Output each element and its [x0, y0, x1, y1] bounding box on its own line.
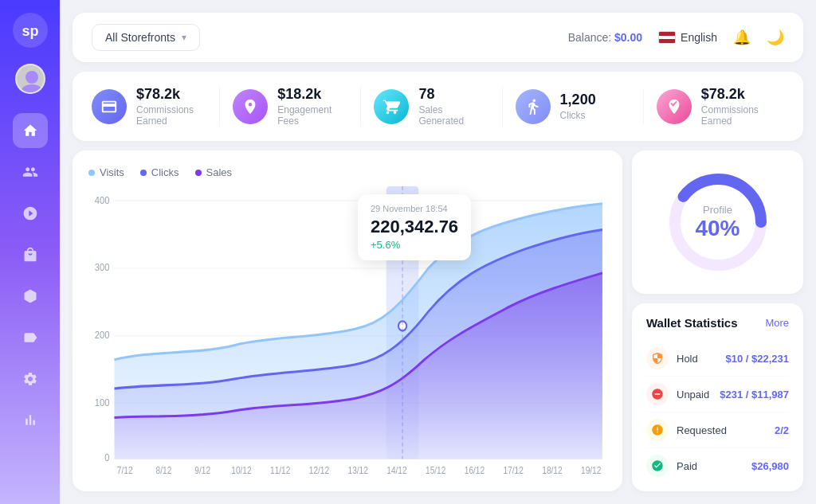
sidebar: sp — [0, 0, 60, 504]
notification-icon[interactable]: 🔔 — [733, 29, 751, 46]
stat-icon-commissions2 — [657, 89, 692, 124]
svg-text:100: 100 — [95, 397, 110, 408]
profile-label: Profile — [695, 204, 740, 216]
requested-label: Requested — [677, 424, 727, 436]
legend-visits: Visits — [88, 166, 124, 178]
stat-value-commissions2: $78.2k — [701, 86, 771, 103]
stat-commissions-earned: $78.2k Commissions Earned — [92, 86, 220, 127]
stat-label-commissions: Commissions Earned — [136, 104, 206, 127]
stat-info-clicks: 1,200 Clicks — [560, 92, 596, 121]
paid-label: Paid — [677, 460, 697, 472]
svg-text:14/12: 14/12 — [386, 465, 406, 475]
sidebar-item-bag[interactable] — [13, 237, 48, 272]
chart-legend: Visits Clicks Sales — [88, 166, 606, 178]
sidebar-item-cube[interactable] — [13, 279, 48, 314]
storefront-label: All Storefronts — [105, 31, 175, 44]
stat-engagement: $18.2k Engagement Fees — [220, 86, 361, 127]
legend-label-clicks: Clicks — [151, 166, 179, 178]
wallet-header: Wallet Statistics More — [646, 316, 789, 330]
unpaid-label: Unpaid — [677, 389, 709, 400]
hold-value: $10 / $22,231 — [725, 353, 789, 365]
hold-label: Hold — [677, 353, 698, 365]
stat-value-sales: 78 — [418, 86, 488, 103]
wallet-row-left-paid: Paid — [646, 455, 697, 477]
language-selector[interactable]: English — [658, 31, 717, 44]
stat-icon-commissions — [92, 89, 127, 124]
legend-sales: Sales — [195, 166, 233, 178]
wallet-row-left-hold: Hold — [646, 347, 698, 369]
svg-text:400: 400 — [95, 194, 110, 206]
chart-svg: 400 300 200 100 0 — [88, 186, 606, 475]
stat-clicks: 1,200 Clicks — [503, 89, 644, 124]
stat-commissions2: $78.2k Commissions Earned — [644, 86, 784, 127]
stat-info-commissions: $78.2k Commissions Earned — [136, 86, 206, 127]
svg-text:10/12: 10/12 — [231, 465, 251, 475]
svg-text:9/12: 9/12 — [194, 465, 210, 475]
svg-text:300: 300 — [95, 262, 110, 274]
legend-dot-sales — [195, 170, 202, 176]
donut-container: Profile 40% — [662, 166, 774, 278]
requested-value: 2/2 — [775, 424, 789, 436]
stat-label-engagement: Engagement Fees — [277, 104, 347, 127]
paid-icon — [646, 455, 669, 477]
svg-text:sp: sp — [22, 23, 38, 39]
sidebar-item-settings[interactable] — [13, 361, 48, 397]
svg-text:13/12: 13/12 — [348, 465, 368, 475]
profile-percent: 40% — [695, 216, 740, 241]
logo: sp — [13, 13, 48, 51]
chart-card: Visits Clicks Sales — [73, 150, 622, 491]
sidebar-item-tag[interactable] — [13, 320, 48, 355]
svg-point-2 — [26, 71, 38, 84]
hold-icon — [646, 347, 669, 369]
wallet-row-left-requested: Requested — [646, 419, 727, 441]
svg-text:11/12: 11/12 — [270, 465, 290, 475]
requested-icon — [646, 419, 669, 441]
legend-label-sales: Sales — [206, 166, 233, 178]
stat-sales: 78 Sales Generated — [361, 86, 502, 127]
header-right: Balance: $0.00 English 🔔 🌙 — [568, 29, 784, 46]
wallet-row-hold: Hold $10 / $22,231 — [646, 341, 789, 377]
stat-label-clicks: Clicks — [560, 110, 596, 121]
stat-label-sales: Sales Generated — [418, 104, 488, 127]
paid-value: $26,980 — [751, 460, 789, 472]
svg-text:12/12: 12/12 — [309, 465, 329, 475]
svg-text:7/12: 7/12 — [117, 465, 133, 475]
stat-info-sales: 78 Sales Generated — [418, 86, 488, 127]
stat-info-engagement: $18.2k Engagement Fees — [277, 86, 347, 127]
svg-text:17/12: 17/12 — [504, 465, 524, 475]
legend-label-visits: Visits — [100, 166, 124, 178]
stats-bar: $78.2k Commissions Earned $18.2k Engagem… — [73, 72, 803, 141]
legend-dot-visits — [88, 170, 95, 176]
flag-icon — [658, 31, 676, 44]
wallet-row-requested: Requested 2/2 — [646, 412, 789, 448]
sidebar-item-analytics[interactable] — [13, 403, 48, 438]
main-content: All Storefronts ▾ Balance: $0.00 English… — [60, 0, 816, 504]
sidebar-nav — [0, 113, 60, 438]
avatar[interactable] — [15, 64, 45, 94]
stat-value-clicks: 1,200 — [560, 92, 596, 108]
balance-value: $0.00 — [614, 31, 642, 44]
svg-text:200: 200 — [95, 329, 110, 341]
chevron-down-icon: ▾ — [182, 32, 186, 43]
sidebar-item-design[interactable] — [13, 196, 48, 231]
profile-card: Profile 40% — [632, 150, 803, 294]
legend-dot-clicks — [140, 170, 147, 176]
stat-icon-sales — [374, 89, 409, 124]
stat-info-commissions2: $78.2k Commissions Earned — [701, 86, 771, 127]
storefront-selector[interactable]: All Storefronts ▾ — [92, 24, 200, 51]
stat-label-commissions2: Commissions Earned — [701, 104, 771, 127]
right-panel: Profile 40% Wallet Statistics More — [632, 150, 803, 491]
donut-label: Profile 40% — [695, 204, 740, 241]
sidebar-item-users[interactable] — [13, 154, 48, 189]
wallet-row-paid: Paid $26,980 — [646, 448, 789, 483]
unpaid-icon — [646, 383, 669, 405]
svg-text:0: 0 — [104, 451, 109, 463]
theme-icon[interactable]: 🌙 — [767, 29, 784, 46]
wallet-card: Wallet Statistics More Hold $10 / $22,23… — [632, 303, 803, 491]
wallet-more-link[interactable]: More — [765, 317, 789, 329]
wallet-title: Wallet Statistics — [646, 316, 737, 330]
sidebar-item-home[interactable] — [13, 113, 48, 148]
language-label: English — [681, 31, 717, 44]
svg-text:15/12: 15/12 — [426, 465, 445, 475]
header-bar: All Storefronts ▾ Balance: $0.00 English… — [73, 13, 803, 62]
